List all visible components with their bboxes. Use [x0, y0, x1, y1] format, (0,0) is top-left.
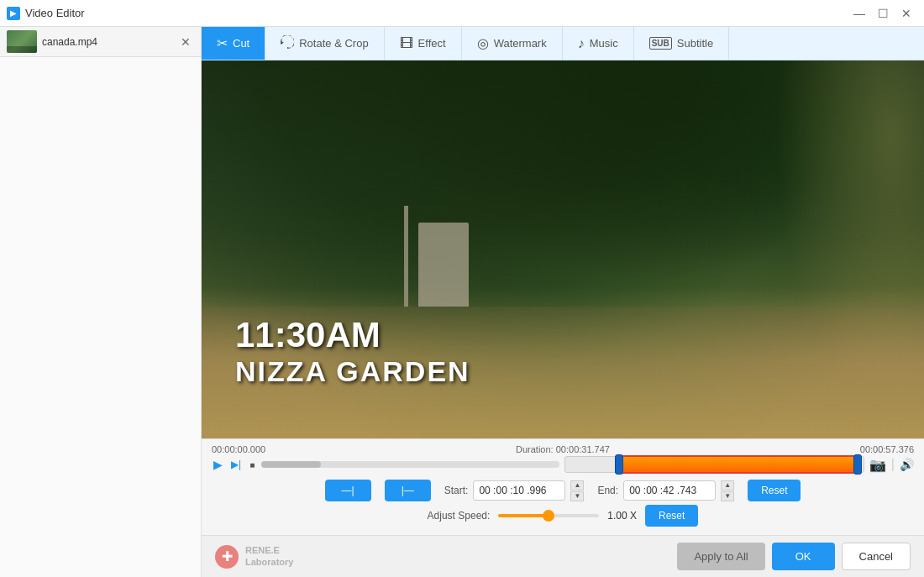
- file-close-button[interactable]: ✕: [177, 34, 194, 50]
- logo-line1: RENE.E: [245, 545, 293, 556]
- step-button[interactable]: ▶|: [229, 457, 243, 472]
- sidebar-content: [0, 57, 201, 577]
- app-title: Video Editor: [25, 7, 85, 19]
- progress-fill: [261, 461, 321, 468]
- tab-cut[interactable]: ✂ Cut: [202, 27, 265, 60]
- tab-subtitle[interactable]: SUB Subtitle: [634, 27, 730, 60]
- selection-handle-right[interactable]: [853, 454, 862, 475]
- end-label: End:: [597, 485, 618, 496]
- end-spin-down[interactable]: ▼: [721, 491, 734, 501]
- logo-icon: ✚: [215, 545, 239, 569]
- action-buttons: Apply to All OK Cancel: [677, 543, 911, 570]
- end-spinners: ▲ ▼: [721, 480, 734, 501]
- speed-label: Adjust Speed:: [428, 510, 491, 522]
- start-label: Start:: [444, 485, 469, 496]
- bottom-bar: ✚ RENE.E Laboratory Apply to All OK Canc…: [202, 535, 924, 577]
- start-time-group: Start: ▲ ▼: [444, 480, 585, 501]
- end-time-input[interactable]: [623, 480, 716, 501]
- tab-effect[interactable]: 🎞 Effect: [385, 27, 462, 60]
- volume-icon: 🔊: [900, 458, 914, 471]
- selection-track[interactable]: [564, 456, 864, 473]
- start-spin-down[interactable]: ▼: [570, 491, 584, 501]
- sidebar: canada.mp4 ✕: [0, 27, 202, 577]
- playback-row: ▶ ▶| ■: [212, 456, 914, 473]
- apply-all-button[interactable]: Apply to All: [677, 543, 764, 570]
- time-start-label: 00:00:00.000: [212, 444, 265, 454]
- stop-button[interactable]: ■: [248, 459, 256, 471]
- content-area: ✂ Cut Rotate & Crop 🎞 Effect ◎ Watermark: [202, 27, 924, 577]
- watermark-icon: ◎: [477, 35, 489, 51]
- cancel-button[interactable]: Cancel: [842, 543, 911, 570]
- video-location-text: NIZZA GARDEN: [235, 355, 470, 388]
- tab-watermark[interactable]: ◎ Watermark: [462, 27, 563, 60]
- main-layout: canada.mp4 ✕ ✂ Cut Rotate & Crop 🎞: [0, 27, 924, 577]
- volume-button[interactable]: 🔊: [900, 458, 914, 471]
- screenshot-icon: 📷: [869, 458, 886, 472]
- ok-button[interactable]: OK: [772, 543, 835, 570]
- selection-range: [619, 457, 858, 472]
- end-time-group: End: ▲ ▼: [597, 480, 734, 501]
- tab-music[interactable]: ♪ Music: [563, 27, 634, 60]
- selection-handle-left[interactable]: [615, 454, 623, 475]
- duration-label: Duration: 00:00:31.747: [265, 444, 860, 454]
- speed-row: Adjust Speed: 1.00 X Reset: [212, 505, 914, 527]
- rotate-icon: [281, 35, 294, 52]
- start-time-input[interactable]: [473, 480, 565, 501]
- tab-rotate[interactable]: Rotate & Crop: [265, 27, 384, 60]
- speed-reset-button[interactable]: Reset: [645, 505, 698, 527]
- video-time-text: 11:30AM: [235, 315, 470, 355]
- file-tab: canada.mp4 ✕: [0, 27, 201, 57]
- speed-slider[interactable]: [498, 514, 599, 517]
- tab-effect-label: Effect: [418, 37, 446, 50]
- cut-icon: ✂: [217, 35, 228, 51]
- app-icon: ▶: [7, 7, 20, 20]
- minimize-button[interactable]: —: [848, 4, 870, 23]
- controls-area: 00:00:00.000 Duration: 00:00:31.747 00:0…: [202, 438, 924, 535]
- title-bar-left: ▶ Video Editor: [7, 7, 85, 20]
- time-end-label: 00:00:57.376: [860, 444, 914, 454]
- close-button[interactable]: ✕: [895, 4, 917, 23]
- maximize-button[interactable]: ☐: [872, 4, 894, 23]
- volume-divider: |: [891, 457, 895, 472]
- cut-left-icon: —|: [342, 485, 354, 496]
- cut-right-icon: |—: [402, 485, 414, 496]
- play-button[interactable]: ▶: [212, 456, 224, 473]
- video-text-overlay: 11:30AM NIZZA GARDEN: [235, 315, 470, 388]
- file-name: canada.mp4: [42, 36, 177, 48]
- logo-line2: Laboratory: [245, 557, 293, 568]
- title-bar: ▶ Video Editor — ☐ ✕: [0, 0, 924, 27]
- end-spin-up[interactable]: ▲: [721, 480, 734, 490]
- speed-value: 1.00 X: [607, 510, 637, 522]
- cut-right-button[interactable]: |—: [385, 480, 431, 501]
- play-icon: ▶: [213, 458, 223, 471]
- tab-subtitle-label: Subtitle: [677, 37, 713, 50]
- cut-controls-row: —| |— Start: ▲ ▼ End: ▲: [212, 480, 914, 501]
- stop-icon: ■: [249, 460, 255, 469]
- logo-area: ✚ RENE.E Laboratory: [215, 545, 293, 569]
- screenshot-button[interactable]: 📷: [869, 457, 886, 473]
- music-icon: ♪: [578, 36, 585, 51]
- cut-left-button[interactable]: —|: [325, 480, 371, 501]
- video-container: 11:30AM NIZZA GARDEN: [202, 60, 924, 438]
- tab-rotate-label: Rotate & Crop: [299, 37, 368, 50]
- tab-music-label: Music: [590, 37, 618, 50]
- tab-cut-label: Cut: [233, 37, 249, 50]
- window-controls: — ☐ ✕: [848, 4, 917, 23]
- tab-bar: ✂ Cut Rotate & Crop 🎞 Effect ◎ Watermark: [202, 27, 924, 60]
- cut-reset-button[interactable]: Reset: [748, 480, 801, 501]
- step-icon: ▶|: [231, 459, 241, 470]
- progress-track[interactable]: [261, 461, 559, 468]
- start-spin-up[interactable]: ▲: [570, 480, 584, 490]
- subtitle-icon: SUB: [649, 37, 672, 50]
- tab-watermark-label: Watermark: [494, 37, 547, 50]
- timestamps-row: 00:00:00.000 Duration: 00:00:31.747 00:0…: [212, 444, 914, 454]
- start-spinners: ▲ ▼: [570, 480, 584, 501]
- file-thumbnail: [7, 30, 37, 53]
- effect-icon: 🎞: [400, 36, 413, 51]
- logo-text: RENE.E Laboratory: [245, 545, 293, 567]
